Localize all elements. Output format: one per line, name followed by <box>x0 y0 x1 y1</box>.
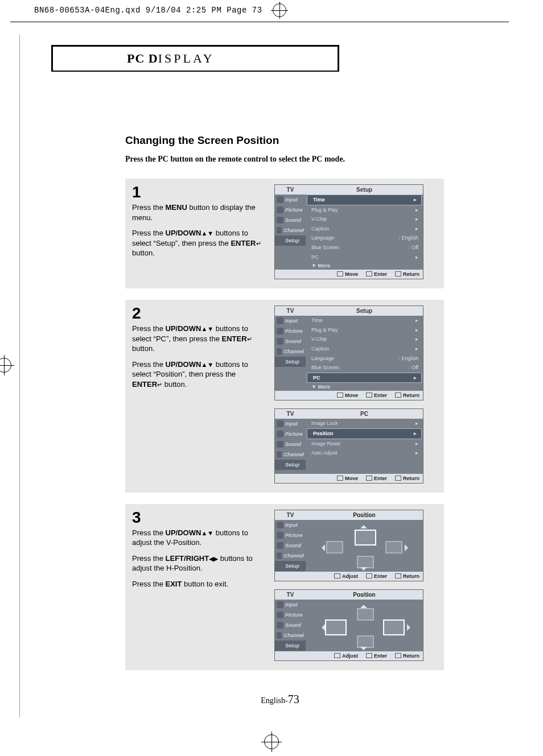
osd-position-screenshot: TV Input Picture Sound Channel Setup Pos… <box>274 589 423 661</box>
input-icon <box>277 317 283 324</box>
osd-setup-pc-screenshot: TV Input Picture Sound Channel Setup Set… <box>274 305 423 400</box>
position-diagram: Position <box>306 590 423 651</box>
section-title: PC DISPLAY <box>51 45 339 72</box>
print-header: BN68-00653A-04Eng.qxd 9/18/04 2:25 PM Pa… <box>0 0 543 20</box>
osd-tab: Sound <box>275 215 306 225</box>
input-icon <box>277 420 283 427</box>
arrow-right-icon <box>405 544 412 551</box>
osd-pc-submenu-screenshot: TV Input Picture Sound Channel Setup PC … <box>274 408 423 483</box>
osd-footer: Move Enter Return <box>275 270 423 279</box>
print-header-text: BN68-00653A-04Eng.qxd 9/18/04 2:25 PM Pa… <box>34 6 262 15</box>
sound-icon <box>277 338 283 345</box>
registration-mark-icon <box>0 358 11 373</box>
osd-setup-screenshot: TV Input Picture Sound Channel Setup Set… <box>274 184 423 279</box>
picture-icon <box>277 431 283 437</box>
channel-icon <box>277 451 282 458</box>
step-1: 1 Press the MENU button to display the m… <box>125 179 444 288</box>
registration-mark-bottom <box>0 729 543 756</box>
sound-icon <box>277 542 283 549</box>
setup-icon <box>277 563 283 569</box>
page-heading: Changing the Screen Position <box>125 134 444 147</box>
step-text: Press the UP/DOWN▲▼ buttons to select “S… <box>132 228 263 258</box>
step-text: Press the UP/DOWN▲▼ buttons to select “P… <box>132 360 263 390</box>
page-number: English-73 <box>51 693 509 706</box>
step-number: 1 <box>132 184 263 200</box>
sound-icon <box>277 217 283 224</box>
step-number: 3 <box>132 510 263 526</box>
osd-tab: Input <box>275 195 306 205</box>
input-icon <box>277 601 283 608</box>
osd-item: Time▸ <box>307 195 422 205</box>
picture-icon <box>277 532 283 539</box>
step-2: 2 Press the UP/DOWN▲▼ buttons to select … <box>125 300 444 493</box>
step-text: Press the LEFT/RIGHT◀▶ buttons to adjust… <box>132 553 263 573</box>
section-title-text: PC D <box>127 51 158 65</box>
osd-item: Blue Screen: Off <box>306 243 423 253</box>
sound-icon <box>277 441 283 448</box>
step-3: 3 Press the UP/DOWN▲▼ buttons to adjust … <box>125 504 444 670</box>
osd-tab-selected: Setup <box>275 236 306 246</box>
arrow-up-icon <box>360 522 367 528</box>
picture-icon <box>277 328 283 334</box>
arrow-down-icon <box>360 567 367 574</box>
picture-icon <box>277 206 283 213</box>
step-text: Press the UP/DOWN▲▼ buttons to adjust th… <box>132 528 263 548</box>
picture-icon <box>277 612 283 618</box>
step-text: Press the UP/DOWN▲▼ buttons to select “P… <box>132 324 263 354</box>
osd-panel-title: Setup <box>306 185 423 195</box>
setup-icon <box>277 642 283 649</box>
osd-item: V-Chip▸ <box>306 214 423 224</box>
setup-icon <box>277 358 283 365</box>
osd-tv-label: TV <box>275 185 306 195</box>
osd-item: Plug & Play▸ <box>306 205 423 215</box>
channel-icon <box>277 348 282 355</box>
osd-tab: Picture <box>275 205 306 215</box>
step-text: Press the MENU button to display the men… <box>132 203 263 222</box>
osd-tab: Channel <box>275 225 306 236</box>
sound-icon <box>277 622 283 629</box>
osd-item: Caption▸ <box>306 224 423 234</box>
channel-icon <box>277 552 282 559</box>
arrow-left-icon <box>318 544 325 551</box>
registration-mark-icon <box>273 3 286 17</box>
channel-icon <box>277 227 282 234</box>
osd-item: Language: English <box>306 233 423 243</box>
channel-icon <box>277 632 282 639</box>
step-number: 2 <box>132 305 263 321</box>
osd-more: ▼ More <box>306 262 423 270</box>
osd-item: PC▸ <box>306 253 423 262</box>
chevron-right-icon: ▸ <box>414 196 417 204</box>
setup-icon <box>277 237 283 244</box>
input-icon <box>277 522 283 528</box>
osd-position-screenshot: TV Input Picture Sound Channel Setup Pos… <box>274 510 423 581</box>
crop-rule-left <box>19 35 20 717</box>
input-icon <box>277 196 283 203</box>
setup-icon <box>277 461 283 468</box>
step-text: Press the EXIT button to exit. <box>132 579 263 589</box>
lede-text: Press the PC button on the remote contro… <box>125 155 444 164</box>
registration-mark-icon <box>264 734 279 749</box>
position-diagram: Position <box>306 510 423 572</box>
